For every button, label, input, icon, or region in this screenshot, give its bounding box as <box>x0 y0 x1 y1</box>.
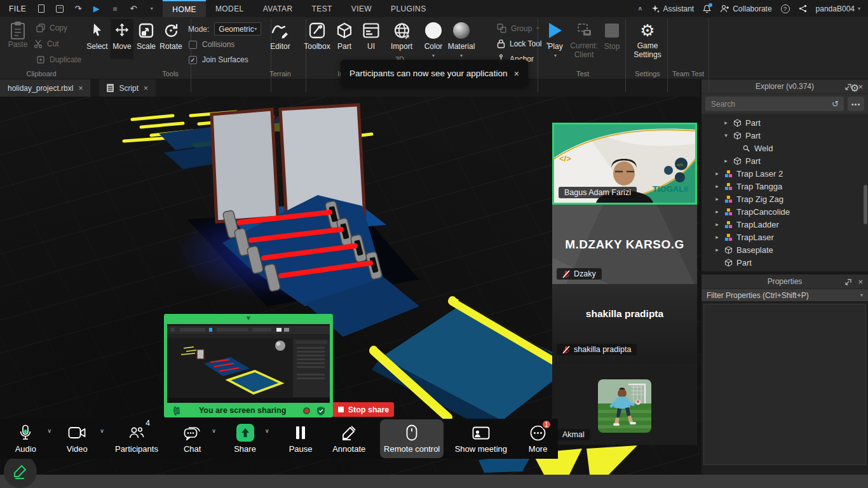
more-button[interactable]: 1 More <box>518 419 558 459</box>
game-settings-button[interactable]: ⚙ GameSettings <box>630 21 665 60</box>
explorer-item-baseplate[interactable]: ▸Baseplate <box>702 243 868 256</box>
run-icon[interactable]: ▶ <box>92 4 101 13</box>
expand-arrow-icon[interactable]: ▸ <box>723 119 729 126</box>
expand-arrow-icon[interactable]: ▸ <box>714 221 720 227</box>
viewport-settings-gear-icon[interactable]: ⚙ <box>850 82 859 94</box>
join-surfaces-checkbox-row[interactable]: ✓ Join Surfaces <box>189 55 248 64</box>
import-3d-button[interactable]: Import <box>386 21 417 51</box>
collapse-ribbon-icon[interactable]: ∨ <box>637 6 642 12</box>
audio-button[interactable]: Audio <box>5 419 46 459</box>
participant-display-name: shakilla pradipta <box>552 308 697 320</box>
close-panel-icon[interactable]: × <box>858 277 863 287</box>
doc-tab-project[interactable]: holiday_project.rbxl× <box>0 79 90 97</box>
participant-tile-shakilla[interactable]: shakilla pradipta shakilla pradipta <box>552 284 697 364</box>
expand-arrow-icon[interactable]: ▸ <box>714 196 720 202</box>
explorer-item-weld[interactable]: Weld <box>702 142 868 154</box>
explorer-item-trapladder[interactable]: ▸TrapLadder <box>702 218 868 231</box>
search-history-icon[interactable]: ↺ <box>832 99 839 109</box>
video-options-chevron[interactable]: ∨ <box>100 428 104 434</box>
collaborate-button[interactable]: Collaborate <box>720 4 771 13</box>
redo-icon[interactable]: ↷ <box>73 4 83 13</box>
tab-test[interactable]: TEST <box>302 0 342 17</box>
explorer-item-trap-tangga[interactable]: ▸Trap Tangga <box>702 180 868 193</box>
properties-filter-input[interactable]: Filter Properties (Ctrl+Shift+P)▾ <box>702 289 868 302</box>
material-dropdown-icon[interactable]: ▾ <box>460 53 463 58</box>
join-surfaces-checkbox[interactable]: ✓ <box>189 56 197 64</box>
float-panel-icon[interactable] <box>845 279 851 285</box>
expand-arrow-icon[interactable]: ▸ <box>723 158 729 164</box>
annotation-pencil-fab[interactable] <box>4 455 37 488</box>
tab-home[interactable]: HOME <box>163 0 206 17</box>
expand-arrow-icon[interactable]: ▸ <box>714 208 720 215</box>
new-file-icon[interactable] <box>36 4 46 13</box>
user-account[interactable]: pandaB004 ▾ <box>816 4 860 13</box>
tab-model[interactable]: MODEL <box>206 0 254 17</box>
close-tab-icon[interactable]: × <box>78 84 83 93</box>
share-screen-button[interactable]: Share <box>226 419 264 459</box>
explorer-item-part[interactable]: Part <box>702 256 868 269</box>
expand-arrow-icon[interactable]: ▸ <box>714 247 720 253</box>
rotate-tool-button[interactable]: Rotate <box>158 21 184 51</box>
collapse-preview-icon[interactable]: ▼ <box>245 315 252 322</box>
color-dropdown-icon[interactable]: ▾ <box>432 53 435 58</box>
terrain-editor-button[interactable]: Editor <box>266 21 295 51</box>
close-tab-icon[interactable]: × <box>144 84 148 93</box>
expand-arrow-icon[interactable]: ▸ <box>714 183 720 189</box>
move-tool-button[interactable]: Move <box>111 19 133 59</box>
remote-control-button[interactable]: Remote control <box>380 419 444 458</box>
explorer-item-trapcancolide[interactable]: ▸TrapCancolide <box>702 205 868 218</box>
show-meeting-button[interactable]: Show meeting <box>450 419 512 459</box>
explorer-more-options-button[interactable]: ••• <box>848 97 864 111</box>
mode-dropdown[interactable]: Geometric▾ <box>214 22 261 36</box>
tab-avatar[interactable]: AVATAR <box>254 0 302 17</box>
share-options-chevron[interactable]: ∨ <box>265 428 269 434</box>
tab-view[interactable]: VIEW <box>342 0 381 17</box>
file-menu[interactable]: FILE <box>0 0 35 17</box>
insert-part-button[interactable]: Part <box>333 21 356 51</box>
assistant-button[interactable]: Assistant <box>651 4 695 13</box>
lock-tool-button[interactable]: Lock Tool▾ <box>497 39 549 48</box>
screen-share-preview[interactable]: ▼ ☎ You are scr <box>164 314 333 417</box>
share-network-icon[interactable] <box>799 4 807 13</box>
audio-options-chevron[interactable]: ∨ <box>48 428 52 434</box>
notifications-bell[interactable] <box>703 4 711 13</box>
annotate-button[interactable]: Annotate <box>325 419 372 459</box>
explorer-item-part[interactable]: ▸Part <box>702 116 868 129</box>
explorer-item-trap-zig-zag[interactable]: ▸Trap Zig Zag <box>702 193 868 205</box>
qat-customize-icon[interactable]: ▾ <box>147 4 156 13</box>
pause-share-button[interactable]: Pause <box>281 419 321 459</box>
color-button[interactable]: Color ▾ <box>421 21 446 58</box>
participant-tile-bagus[interactable]: </> </> TIOGAL# Bagus Adam Farizi <box>552 123 697 205</box>
insert-ui-button[interactable]: UI <box>360 21 383 51</box>
scale-tool-button[interactable]: Scale <box>135 21 158 51</box>
undo-icon[interactable]: ↶ <box>128 4 138 13</box>
notification-close-icon[interactable]: × <box>514 69 519 79</box>
collisions-checkbox[interactable] <box>189 41 197 49</box>
select-tool-button[interactable]: Select <box>85 21 109 51</box>
chat-button[interactable]: Chat <box>174 419 210 459</box>
open-file-icon[interactable] <box>55 4 64 13</box>
doc-tab-script[interactable]: Script× <box>99 79 156 97</box>
participants-button[interactable]: 4 Participants <box>109 419 164 459</box>
material-button[interactable]: Material ▾ <box>446 21 477 58</box>
stop-share-button[interactable]: Stop share <box>333 402 394 417</box>
explorer-item-part[interactable]: ▸Part <box>702 154 868 167</box>
chat-options-chevron[interactable]: ∨ <box>212 428 216 434</box>
expand-arrow-icon[interactable]: ▾ <box>723 132 729 139</box>
collisions-checkbox-row[interactable]: Collisions <box>189 40 234 49</box>
play-dropdown-icon[interactable]: ▾ <box>554 53 557 58</box>
participant-tile-akmal[interactable]: Akmal <box>552 364 697 445</box>
play-button[interactable]: Play ▾ <box>544 21 567 58</box>
expand-arrow-icon[interactable]: ▸ <box>714 170 720 177</box>
help-icon[interactable]: ? <box>781 4 790 13</box>
explorer-item-traplaser[interactable]: ▸TrapLaser <box>702 231 868 243</box>
expand-arrow-icon[interactable]: ▸ <box>714 234 720 240</box>
explorer-scrollbar[interactable] <box>864 185 867 224</box>
explorer-search-input[interactable] <box>705 97 844 111</box>
video-button[interactable]: Video <box>55 419 98 459</box>
participant-tile-dzaky[interactable]: M.DZAKY KARSO.G Dzaky <box>552 205 697 284</box>
explorer-item-part[interactable]: ▾Part <box>702 129 868 142</box>
tab-plugins[interactable]: PLUGINS <box>381 0 435 17</box>
toolbox-button[interactable]: Toolbox <box>303 21 331 51</box>
explorer-item-trap-laser-2[interactable]: ▸Trap Laser 2 <box>702 167 868 180</box>
